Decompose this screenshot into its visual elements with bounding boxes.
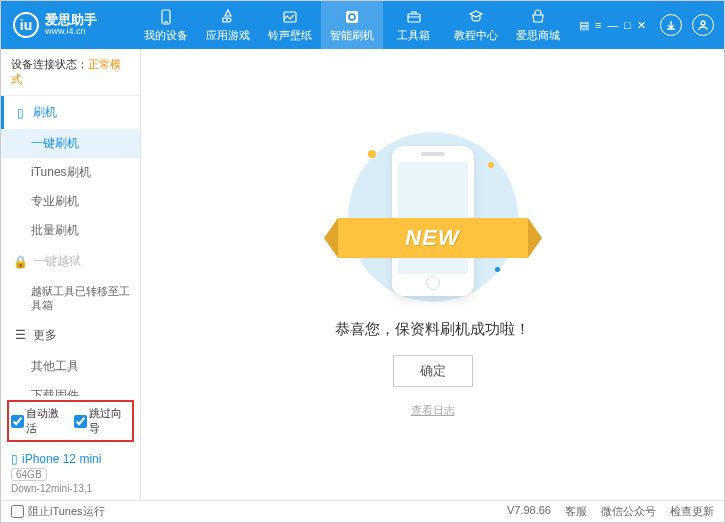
sub-batch-flash[interactable]: 批量刷机 <box>1 216 140 245</box>
device-firmware: Down-12mini-13,1 <box>11 483 130 494</box>
window-controls: ▤ ≡ — □ ✕ <box>579 19 646 32</box>
svg-rect-4 <box>408 14 420 22</box>
more-icon: ☰ <box>13 328 27 342</box>
footer-wechat[interactable]: 微信公众号 <box>601 504 656 519</box>
tray-icon[interactable]: ≡ <box>595 19 601 32</box>
device-name[interactable]: ▯ iPhone 12 mini <box>11 452 130 466</box>
lock-icon: 🔒 <box>13 255 27 269</box>
nav-my-device[interactable]: 我的设备 <box>135 1 197 49</box>
nav-store[interactable]: 爱思商城 <box>507 1 569 49</box>
phone-icon: ▯ <box>13 106 27 120</box>
connection-status: 设备连接状态：正常模式 <box>1 49 140 96</box>
device-storage: 64GB <box>11 468 47 481</box>
sub-download-fw[interactable]: 下载固件 <box>1 381 140 396</box>
success-message: 恭喜您，保资料刷机成功啦！ <box>335 320 530 339</box>
section-jailbreak: 🔒 一键越狱 <box>1 245 140 278</box>
user-button[interactable] <box>692 14 714 36</box>
footer-update[interactable]: 检查更新 <box>670 504 714 519</box>
nav-toolbox[interactable]: 工具箱 <box>383 1 445 49</box>
store-icon <box>529 8 547 26</box>
apps-icon <box>219 8 237 26</box>
app-url: www.i4.cn <box>45 27 97 37</box>
main-content: NEW 恭喜您，保资料刷机成功啦！ 确定 查看日志 <box>141 49 724 500</box>
app-logo: iu 爱思助手 www.i4.cn <box>1 12 135 38</box>
device-panel: ▯ iPhone 12 mini 64GB Down-12mini-13,1 <box>1 446 140 500</box>
status-bar: 阻止iTunes运行 V7.98.66 客服 微信公众号 检查更新 <box>1 500 724 522</box>
ok-button[interactable]: 确定 <box>393 355 473 387</box>
svg-rect-3 <box>346 11 358 23</box>
toolbox-icon <box>405 8 423 26</box>
footer-service[interactable]: 客服 <box>565 504 587 519</box>
wallpaper-icon <box>281 8 299 26</box>
device-phone-icon: ▯ <box>11 452 18 466</box>
nav-apps[interactable]: 应用游戏 <box>197 1 259 49</box>
check-skip-guide[interactable]: 跳过向导 <box>74 406 131 436</box>
check-auto-activate[interactable]: 自动激活 <box>11 406 68 436</box>
device-icon <box>157 8 175 26</box>
sub-pro-flash[interactable]: 专业刷机 <box>1 187 140 216</box>
success-illustration: NEW <box>348 132 518 302</box>
flash-icon <box>343 8 361 26</box>
sidebar: 设备连接状态：正常模式 ▯ 刷机 一键刷机 iTunes刷机 专业刷机 批量刷机… <box>1 49 141 500</box>
nav-ringtones[interactable]: 铃声壁纸 <box>259 1 321 49</box>
view-log-link[interactable]: 查看日志 <box>411 403 455 418</box>
nav-tutorials[interactable]: 教程中心 <box>445 1 507 49</box>
minimize-icon[interactable]: — <box>607 19 618 32</box>
svg-point-5 <box>701 21 705 25</box>
section-more[interactable]: ☰ 更多 <box>1 319 140 352</box>
jailbreak-note: 越狱工具已转移至工具箱 <box>1 278 140 319</box>
sub-itunes-flash[interactable]: iTunes刷机 <box>1 158 140 187</box>
close-icon[interactable]: ✕ <box>637 19 646 32</box>
tutorial-icon <box>467 8 485 26</box>
download-button[interactable] <box>660 14 682 36</box>
nav-flash[interactable]: 智能刷机 <box>321 1 383 49</box>
ribbon-text: NEW <box>405 225 459 251</box>
section-flash[interactable]: ▯ 刷机 <box>1 96 140 129</box>
sub-other-tools[interactable]: 其他工具 <box>1 352 140 381</box>
sub-one-key-flash[interactable]: 一键刷机 <box>1 129 140 158</box>
maximize-icon[interactable]: □ <box>624 19 631 32</box>
app-name: 爱思助手 <box>45 13 97 27</box>
version-label: V7.98.66 <box>507 504 551 519</box>
check-block-itunes[interactable]: 阻止iTunes运行 <box>11 504 105 519</box>
highlight-options: 自动激活 跳过向导 <box>7 400 134 442</box>
title-bar: iu 爱思助手 www.i4.cn 我的设备 应用游戏 铃声壁纸 智能刷机 工具… <box>1 1 724 49</box>
titlebar-right: ▤ ≡ — □ ✕ <box>569 14 724 36</box>
top-nav: 我的设备 应用游戏 铃声壁纸 智能刷机 工具箱 教程中心 爱思商城 <box>135 1 569 49</box>
logo-icon: iu <box>13 12 39 38</box>
menu-icon[interactable]: ▤ <box>579 19 589 32</box>
